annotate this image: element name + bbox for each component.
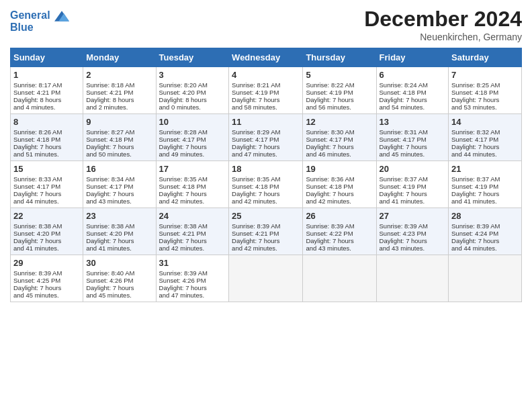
day-number: 12: [306, 117, 373, 127]
calendar-body: 1Sunrise: 8:17 AMSunset: 4:21 PMDaylight…: [11, 67, 522, 302]
day-info-line: Sunset: 4:26 PM: [86, 277, 152, 284]
day-info-line: Sunset: 4:17 PM: [86, 183, 152, 190]
calendar-cell: 10Sunrise: 8:28 AMSunset: 4:17 PMDayligh…: [156, 114, 229, 161]
day-info-line: Daylight: 7 hours: [451, 143, 519, 150]
day-info-line: Sunrise: 8:37 AM: [451, 175, 519, 183]
day-info-line: and 44 minutes.: [451, 244, 519, 252]
day-info-line: and 58 minutes.: [232, 103, 300, 111]
day-info-line: Sunrise: 8:39 AM: [13, 269, 80, 277]
day-info-line: and 44 minutes.: [13, 197, 80, 205]
day-info-line: and 4 minutes.: [13, 103, 80, 111]
day-info-line: Daylight: 7 hours: [159, 284, 226, 291]
day-info-line: and 43 minutes.: [306, 244, 373, 252]
day-info-line: Daylight: 7 hours: [306, 190, 373, 197]
day-info-line: Daylight: 7 hours: [232, 190, 300, 197]
calendar-week-row: 29Sunrise: 8:39 AMSunset: 4:25 PMDayligh…: [11, 255, 522, 302]
calendar-cell: 26Sunrise: 8:39 AMSunset: 4:22 PMDayligh…: [303, 208, 376, 255]
day-info-line: Sunrise: 8:38 AM: [13, 222, 80, 230]
day-info-line: Sunrise: 8:34 AM: [86, 175, 152, 183]
day-number: 4: [232, 70, 300, 80]
day-info-line: and 56 minutes.: [306, 103, 373, 111]
col-header-monday: Monday: [83, 48, 156, 67]
day-info-line: Sunrise: 8:37 AM: [380, 175, 446, 183]
day-info-line: Sunset: 4:19 PM: [306, 89, 373, 96]
day-info-line: Sunset: 4:23 PM: [380, 230, 446, 237]
day-info-line: Sunrise: 8:26 AM: [13, 128, 80, 136]
calendar-week-row: 22Sunrise: 8:38 AMSunset: 4:20 PMDayligh…: [11, 208, 522, 255]
calendar-cell: 8Sunrise: 8:26 AMSunset: 4:18 PMDaylight…: [11, 114, 83, 161]
day-info-line: Sunset: 4:21 PM: [13, 89, 80, 96]
col-header-sunday: Sunday: [11, 48, 83, 67]
day-number: 30: [86, 258, 152, 268]
day-info-line: Sunrise: 8:39 AM: [380, 222, 446, 230]
day-number: 13: [380, 117, 446, 127]
day-info-line: Sunset: 4:17 PM: [13, 183, 80, 190]
day-info-line: Daylight: 7 hours: [232, 143, 300, 150]
calendar-cell: [449, 255, 522, 302]
day-info-line: Daylight: 7 hours: [86, 284, 152, 291]
calendar-week-row: 15Sunrise: 8:33 AMSunset: 4:17 PMDayligh…: [11, 161, 522, 208]
day-number: 10: [159, 117, 226, 127]
day-info-line: and 2 minutes.: [86, 103, 152, 111]
day-info-line: Daylight: 7 hours: [232, 237, 300, 244]
calendar-cell: 12Sunrise: 8:30 AMSunset: 4:17 PMDayligh…: [303, 114, 376, 161]
day-number: 27: [380, 211, 446, 221]
calendar-cell: 20Sunrise: 8:37 AMSunset: 4:19 PMDayligh…: [376, 161, 449, 208]
day-info-line: Sunset: 4:17 PM: [159, 136, 226, 143]
day-info-line: and 47 minutes.: [159, 291, 226, 299]
day-info-line: Sunrise: 8:29 AM: [232, 128, 300, 136]
day-number: 25: [232, 211, 300, 221]
day-info-line: Daylight: 7 hours: [13, 237, 80, 244]
day-info-line: Sunrise: 8:30 AM: [306, 128, 373, 136]
logo: General Blue: [10, 9, 69, 34]
day-number: 28: [451, 211, 519, 221]
day-info-line: Sunrise: 8:35 AM: [159, 175, 226, 183]
day-number: 9: [86, 117, 152, 127]
day-info-line: and 45 minutes.: [86, 291, 152, 299]
day-info-line: and 0 minutes.: [159, 103, 226, 111]
calendar-cell: 24Sunrise: 8:38 AMSunset: 4:21 PMDayligh…: [156, 208, 229, 255]
col-header-saturday: Saturday: [449, 48, 522, 67]
location-title: Neuenkirchen, Germany: [364, 32, 522, 42]
day-info-line: and 50 minutes.: [86, 150, 152, 158]
day-info-line: Sunset: 4:17 PM: [232, 136, 300, 143]
day-info-line: and 41 minutes.: [451, 197, 519, 205]
day-info-line: Sunrise: 8:40 AM: [86, 269, 152, 277]
day-number: 17: [159, 164, 226, 174]
day-info-line: Sunrise: 8:38 AM: [159, 222, 226, 230]
day-info-line: Daylight: 7 hours: [13, 143, 80, 150]
logo-text: General: [10, 9, 69, 21]
day-info-line: Sunrise: 8:39 AM: [306, 222, 373, 230]
day-number: 2: [86, 70, 152, 80]
day-number: 11: [232, 117, 300, 127]
calendar-cell: 16Sunrise: 8:34 AMSunset: 4:17 PMDayligh…: [83, 161, 156, 208]
day-info-line: Daylight: 7 hours: [86, 143, 152, 150]
day-number: 8: [13, 117, 80, 127]
day-info-line: Sunrise: 8:20 AM: [159, 81, 226, 89]
day-info-line: Sunset: 4:18 PM: [380, 89, 446, 96]
day-info-line: Sunset: 4:20 PM: [86, 230, 152, 237]
day-info-line: Sunset: 4:17 PM: [306, 136, 373, 143]
calendar-cell: 2Sunrise: 8:18 AMSunset: 4:21 PMDaylight…: [83, 67, 156, 114]
day-info-line: and 44 minutes.: [451, 150, 519, 158]
calendar-cell: 18Sunrise: 8:35 AMSunset: 4:18 PMDayligh…: [229, 161, 303, 208]
day-info-line: Daylight: 7 hours: [232, 96, 300, 103]
day-info-line: and 45 minutes.: [13, 291, 80, 299]
day-info-line: Sunset: 4:18 PM: [159, 183, 226, 190]
day-info-line: Sunrise: 8:25 AM: [451, 81, 519, 89]
day-info-line: Sunrise: 8:35 AM: [232, 175, 300, 183]
day-info-line: and 42 minutes.: [232, 197, 300, 205]
calendar-cell: 27Sunrise: 8:39 AMSunset: 4:23 PMDayligh…: [376, 208, 449, 255]
day-number: 18: [232, 164, 300, 174]
day-number: 22: [13, 211, 80, 221]
calendar-cell: 23Sunrise: 8:38 AMSunset: 4:20 PMDayligh…: [83, 208, 156, 255]
day-info-line: Sunset: 4:19 PM: [232, 89, 300, 96]
calendar-cell: 17Sunrise: 8:35 AMSunset: 4:18 PMDayligh…: [156, 161, 229, 208]
calendar-cell: 15Sunrise: 8:33 AMSunset: 4:17 PMDayligh…: [11, 161, 83, 208]
calendar-cell: 3Sunrise: 8:20 AMSunset: 4:20 PMDaylight…: [156, 67, 229, 114]
day-info-line: Daylight: 7 hours: [306, 96, 373, 103]
calendar-cell: 30Sunrise: 8:40 AMSunset: 4:26 PMDayligh…: [83, 255, 156, 302]
day-info-line: Sunrise: 8:33 AM: [13, 175, 80, 183]
day-info-line: Daylight: 7 hours: [86, 237, 152, 244]
day-number: 5: [306, 70, 373, 80]
